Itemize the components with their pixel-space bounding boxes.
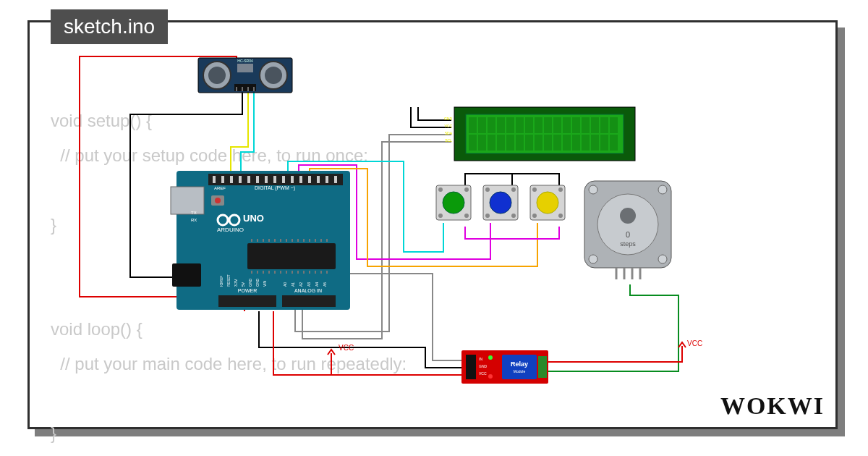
stepper-unit: steps — [620, 240, 636, 248]
svg-point-117 — [443, 192, 464, 214]
hcsr04-sensor[interactable]: HC-SR04 — [198, 58, 292, 93]
file-tab[interactable]: sketch.ino — [51, 9, 168, 44]
svg-point-138 — [658, 255, 667, 263]
svg-rect-27 — [334, 176, 337, 183]
tx-label: TX — [191, 211, 197, 215]
svg-rect-104 — [544, 135, 552, 151]
svg-text:VCC: VCC — [479, 371, 487, 376]
svg-rect-148 — [538, 356, 547, 378]
svg-point-137 — [589, 255, 597, 263]
svg-text:VIN: VIN — [263, 280, 267, 287]
svg-rect-103 — [535, 135, 542, 151]
svg-rect-23 — [299, 176, 302, 183]
svg-rect-29 — [172, 263, 201, 287]
svg-rect-19 — [265, 176, 268, 183]
board-model: UNO — [243, 213, 264, 224]
svg-rect-17 — [247, 176, 250, 183]
digital-label: DIGITAL (PWM ~) — [255, 185, 295, 191]
svg-text:A3: A3 — [307, 282, 311, 287]
svg-text:SDA: SDA — [445, 131, 453, 135]
svg-text:3.3V: 3.3V — [234, 279, 238, 287]
svg-point-129 — [537, 192, 558, 214]
analog-label: ANALOG IN — [294, 288, 322, 293]
svg-rect-16 — [239, 176, 242, 183]
svg-rect-110 — [600, 135, 608, 151]
relay-sublabel: Module — [514, 369, 526, 373]
svg-point-4 — [265, 67, 282, 84]
svg-point-121 — [464, 214, 469, 218]
svg-point-135 — [589, 185, 597, 194]
svg-rect-97 — [478, 135, 486, 151]
svg-rect-81 — [478, 117, 486, 133]
svg-text:A2: A2 — [299, 282, 303, 287]
svg-text:VCC: VCC — [444, 124, 452, 128]
svg-point-120 — [438, 214, 443, 218]
svg-rect-108 — [582, 135, 590, 151]
board-brand: ARDUINO — [217, 227, 244, 233]
pushbutton-green[interactable] — [436, 185, 471, 220]
rx-label: RX — [191, 218, 197, 222]
arduino-uno[interactable]: DIGITAL (PWM ~) AREF — [171, 171, 350, 310]
svg-rect-22 — [291, 176, 294, 183]
pushbutton-blue[interactable] — [483, 185, 518, 220]
svg-rect-88 — [544, 117, 552, 133]
svg-rect-111 — [610, 135, 618, 151]
svg-text:GND: GND — [444, 117, 453, 121]
svg-point-133 — [558, 214, 563, 218]
svg-rect-95 — [610, 117, 618, 133]
svg-rect-20 — [273, 176, 276, 183]
relay-module[interactable]: Relay Module IN GND VCC — [461, 350, 548, 384]
svg-rect-109 — [591, 135, 599, 151]
pushbutton-yellow[interactable] — [530, 185, 565, 220]
svg-rect-21 — [282, 176, 285, 183]
wokwi-logo: WOKWI — [720, 392, 825, 420]
svg-rect-98 — [488, 135, 495, 151]
lcd-display[interactable]: GND VCC SDA SCL — [444, 107, 635, 161]
svg-point-127 — [511, 214, 516, 218]
svg-rect-13 — [213, 176, 216, 183]
svg-rect-63 — [218, 295, 276, 307]
svg-text:RESET: RESET — [226, 274, 231, 287]
svg-rect-94 — [600, 117, 608, 133]
svg-rect-18 — [256, 176, 259, 183]
svg-point-136 — [658, 185, 667, 194]
svg-rect-83 — [497, 117, 505, 133]
svg-point-130 — [532, 187, 537, 192]
svg-point-132 — [532, 214, 537, 218]
svg-rect-84 — [506, 117, 514, 133]
hcsr04-label: HC-SR04 — [237, 59, 253, 63]
svg-rect-90 — [563, 117, 571, 133]
svg-rect-5 — [237, 64, 253, 72]
svg-rect-100 — [506, 135, 514, 151]
svg-rect-147 — [466, 355, 476, 379]
svg-rect-25 — [317, 176, 320, 183]
svg-rect-102 — [525, 135, 533, 151]
power-label: POWER — [238, 288, 257, 293]
svg-point-124 — [485, 187, 490, 192]
svg-text:A1: A1 — [291, 282, 295, 287]
svg-rect-14 — [221, 176, 224, 183]
svg-rect-87 — [535, 117, 542, 133]
svg-point-119 — [464, 187, 469, 192]
svg-rect-86 — [525, 117, 533, 133]
svg-point-118 — [438, 187, 443, 192]
svg-rect-89 — [553, 117, 561, 133]
aref-label: AREF — [214, 186, 226, 190]
circuit-canvas[interactable]: HC-SR04 DIGITAL (PWM ~) AREF — [27, 20, 838, 429]
svg-point-31 — [215, 198, 221, 203]
vcc-label-right: VCC — [687, 339, 702, 347]
svg-rect-64 — [282, 295, 336, 307]
svg-rect-26 — [326, 176, 328, 183]
stepper-motor[interactable]: 0 steps — [584, 181, 671, 279]
svg-text:5V: 5V — [241, 282, 245, 287]
svg-point-149 — [488, 355, 493, 360]
svg-point-123 — [490, 192, 511, 214]
svg-rect-80 — [469, 117, 477, 133]
svg-text:A4: A4 — [315, 282, 319, 287]
vcc-label-left: VCC — [339, 344, 354, 352]
svg-point-2 — [208, 67, 226, 84]
svg-text:A0: A0 — [283, 282, 287, 287]
svg-point-131 — [558, 187, 563, 192]
svg-rect-24 — [308, 176, 311, 183]
svg-point-150 — [488, 374, 493, 379]
